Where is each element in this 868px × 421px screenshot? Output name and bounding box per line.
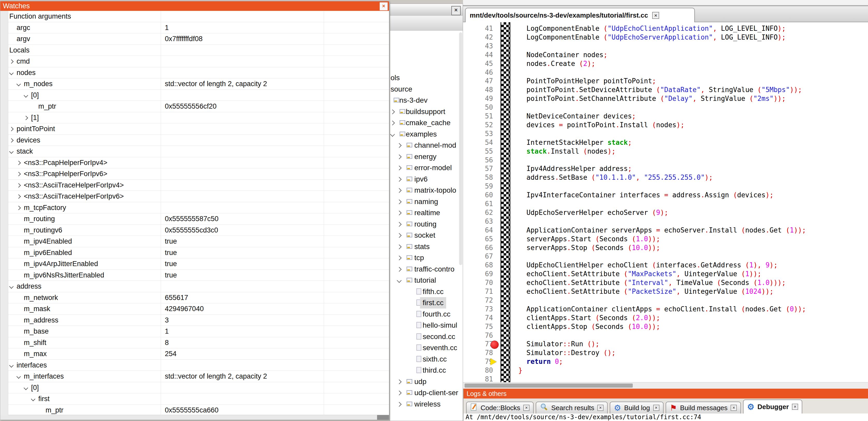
watch-row[interactable]: <ns3::PcapHelperForIpv6>: [0, 168, 389, 180]
chevron-right-icon[interactable]: [390, 121, 395, 125]
tree-item-udp-client-ser[interactable]: udp-client-ser: [390, 387, 463, 398]
tree-item-third-cc[interactable]: third.cc: [390, 365, 463, 376]
chevron-right-icon[interactable]: [9, 60, 14, 64]
watch-row[interactable]: m_address3: [0, 315, 389, 326]
chevron-right-icon[interactable]: [17, 183, 21, 188]
line-number[interactable]: 60: [463, 191, 493, 200]
chevron-right-icon[interactable]: [397, 188, 401, 193]
chevron-right-icon[interactable]: [397, 245, 401, 249]
watch-row[interactable]: m_max254: [0, 348, 389, 360]
close-icon[interactable]: ×: [653, 405, 659, 411]
tree-item-socket[interactable]: socket: [390, 230, 463, 241]
logs-tab-build-log[interactable]: ⚙Build log×: [610, 401, 663, 414]
watch-row[interactable]: <ns3::PcapHelperForIpv4>: [0, 157, 389, 169]
watch-row[interactable]: m_nodesstd::vector of length 2, capacity…: [0, 78, 389, 90]
editor-hscrollbar[interactable]: [463, 382, 868, 389]
tree-item-second-cc[interactable]: second.cc: [390, 331, 463, 343]
watch-row[interactable]: <ns3::AsciiTraceHelperForIpv4>: [0, 180, 389, 191]
watch-value[interactable]: true: [165, 236, 177, 247]
watch-value[interactable]: std::vector of length 2, capacity 2: [165, 371, 267, 382]
watch-row[interactable]: m_ptr0x5555555ca660: [0, 405, 389, 415]
watch-row[interactable]: m_shift8: [0, 337, 389, 349]
line-number[interactable]: 44: [463, 51, 493, 60]
tree-item-seventh-cc[interactable]: seventh.cc: [390, 342, 463, 354]
chevron-down-icon[interactable]: [17, 375, 21, 379]
tree-item-hello-simul[interactable]: hello-simul: [390, 320, 463, 331]
line-number[interactable]: 57: [463, 164, 493, 173]
watch-row[interactable]: stack: [0, 146, 389, 157]
watch-row[interactable]: m_base1: [0, 326, 389, 337]
chevron-right-icon[interactable]: [397, 267, 401, 271]
chevron-down-icon[interactable]: [9, 150, 14, 154]
watch-value[interactable]: true: [165, 270, 177, 281]
chevron-right-icon[interactable]: [397, 233, 401, 238]
chevron-right-icon[interactable]: [397, 165, 401, 170]
line-number[interactable]: 80: [463, 366, 493, 375]
watch-row[interactable]: m_network655617: [0, 292, 389, 303]
tree-item-matrix-topolo[interactable]: matrix-topolo: [390, 185, 463, 196]
watch-row[interactable]: m_routing0x555555587c50: [0, 213, 389, 225]
watch-row[interactable]: cmd: [0, 56, 389, 67]
watch-value[interactable]: true: [165, 258, 177, 269]
watches-table[interactable]: Function argumentsargc1argv0x7fffffffdf0…: [0, 11, 389, 415]
tree-item-energy[interactable]: energy: [390, 151, 463, 162]
line-number[interactable]: 78: [463, 349, 493, 357]
chevron-right-icon[interactable]: [9, 127, 14, 131]
chevron-right-icon[interactable]: [397, 177, 401, 182]
line-number[interactable]: 67: [463, 252, 493, 261]
watch-value[interactable]: 655617: [165, 292, 188, 303]
line-number[interactable]: 72: [463, 296, 493, 305]
projects-pane-titlebar[interactable]: ×: [390, 4, 463, 16]
watch-row[interactable]: [0]: [0, 90, 389, 101]
close-icon[interactable]: ×: [523, 405, 529, 411]
tree-item-tcp[interactable]: tcp: [390, 252, 463, 263]
tree-item-realtime[interactable]: realtime: [390, 207, 463, 219]
watch-value[interactable]: 0x55555556cf20: [165, 101, 217, 112]
tree-item-fifth-cc[interactable]: fifth.cc: [390, 286, 463, 297]
close-icon[interactable]: ×: [652, 12, 659, 19]
close-icon[interactable]: ×: [731, 405, 737, 411]
logs-tab-code-blocks[interactable]: Code::Blocks×: [466, 401, 534, 414]
watch-value[interactable]: 1: [165, 22, 169, 33]
chevron-down-icon[interactable]: [390, 132, 395, 136]
line-number[interactable]: 66: [463, 244, 493, 252]
watch-value[interactable]: 254: [165, 348, 177, 359]
watches-column-divider[interactable]: [324, 11, 324, 415]
line-number[interactable]: 61: [463, 200, 493, 208]
tree-item-sixth-cc[interactable]: sixth.cc: [390, 354, 463, 365]
tree-item-cmake-cache[interactable]: cmake_cache: [390, 117, 463, 129]
line-number[interactable]: 55: [463, 147, 493, 156]
line-number[interactable]: 56: [463, 156, 493, 165]
resize-grip[interactable]: [377, 415, 389, 420]
chevron-down-icon[interactable]: [17, 82, 21, 86]
chevron-right-icon[interactable]: [17, 172, 21, 176]
chevron-right-icon[interactable]: [397, 256, 401, 260]
watch-row[interactable]: nodes: [0, 67, 389, 78]
watch-row[interactable]: [1]: [0, 112, 389, 124]
chevron-right-icon[interactable]: [17, 161, 21, 165]
tree-item-channel-mod[interactable]: channel-mod: [390, 140, 463, 151]
watch-value[interactable]: 8: [165, 337, 169, 348]
watch-value[interactable]: 0x7fffffffdf08: [165, 33, 203, 44]
close-icon[interactable]: ×: [597, 405, 603, 411]
watch-row[interactable]: m_mask4294967040: [0, 303, 389, 315]
line-number[interactable]: 74: [463, 314, 493, 322]
watch-value[interactable]: std::vector of length 2, capacity 2: [165, 78, 267, 89]
watch-row[interactable]: m_tcpFactory: [0, 202, 389, 214]
line-number[interactable]: 75: [463, 322, 493, 331]
tree-item-first-cc[interactable]: first.cc: [390, 297, 463, 309]
chevron-down-icon[interactable]: [24, 93, 28, 97]
line-number[interactable]: 46: [463, 68, 493, 77]
tree-item-buildsupport[interactable]: buildsupport: [390, 106, 463, 118]
tree-item-error-model[interactable]: error-model: [390, 162, 463, 173]
watch-value[interactable]: 0x5555555ca660: [165, 405, 218, 415]
tree-item-ipv6[interactable]: ipv6: [390, 173, 463, 185]
watch-row[interactable]: address: [0, 281, 389, 292]
watch-row[interactable]: m_ipv6NsRsJitterEnabledtrue: [0, 270, 389, 281]
editor-tab-first-cc[interactable]: mnt/dev/tools/source/ns-3-dev/examples/t…: [465, 8, 695, 22]
watch-value[interactable]: 0x555555587c50: [165, 213, 218, 224]
tree-item-fourth-cc[interactable]: fourth.cc: [390, 309, 463, 320]
chevron-down-icon[interactable]: [9, 71, 14, 75]
chevron-right-icon[interactable]: [9, 138, 14, 142]
line-number[interactable]: 69: [463, 270, 493, 279]
